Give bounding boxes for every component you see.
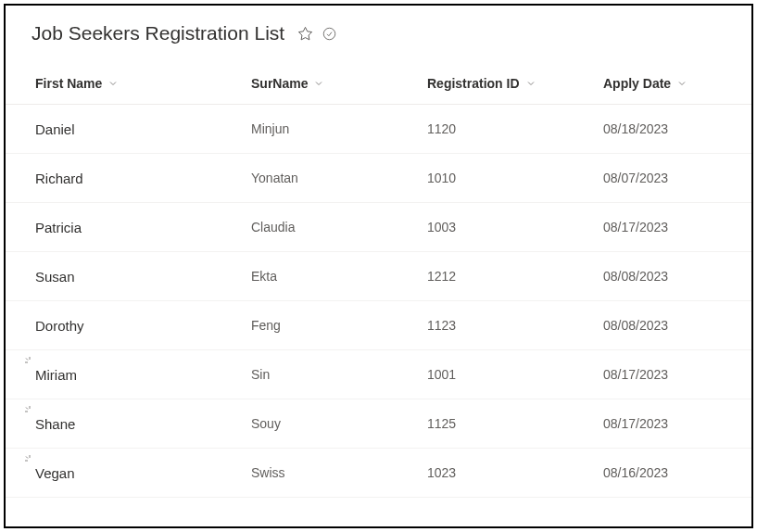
cell-surname: Yonatan	[251, 171, 427, 185]
cell-registration-id: 1010	[427, 171, 603, 185]
page-title: Job Seekers Registration List	[32, 22, 284, 44]
table-body: DanielMinjun112008/18/2023RichardYonatan…	[6, 105, 751, 498]
column-header-apply-date[interactable]: Apply Date	[603, 76, 751, 91]
cell-apply-date: 08/08/2023	[603, 269, 751, 284]
cell-surname: Claudia	[251, 220, 427, 234]
chevron-down-icon	[107, 78, 119, 89]
title-actions	[297, 26, 336, 42]
svg-point-1	[323, 28, 335, 40]
column-label: First Name	[35, 76, 102, 91]
table-row[interactable]: ShaneSouy112508/17/2023	[6, 399, 751, 449]
cell-apply-date: 08/16/2023	[603, 465, 751, 480]
table-row[interactable]: SusanEkta121208/08/2023	[6, 252, 751, 301]
cell-registration-id: 1023	[427, 465, 603, 480]
table-row[interactable]: MiriamSin100108/17/2023	[6, 350, 751, 399]
approve-check-icon[interactable]	[322, 27, 336, 41]
column-header-registration-id[interactable]: Registration ID	[427, 76, 603, 91]
table-row[interactable]: DorothyFeng112308/08/2023	[6, 301, 751, 350]
cell-apply-date: 08/07/2023	[603, 171, 751, 185]
cell-surname: Minjun	[251, 121, 427, 136]
cell-surname: Swiss	[251, 465, 427, 480]
cell-apply-date: 08/17/2023	[603, 367, 751, 382]
title-bar: Job Seekers Registration List	[6, 6, 751, 57]
cell-surname: Ekta	[251, 269, 427, 284]
cell-surname: Souy	[251, 416, 427, 431]
new-item-indicator-icon	[24, 405, 35, 418]
cell-registration-id: 1212	[427, 269, 603, 284]
new-item-indicator-icon	[24, 356, 35, 369]
column-label: SurName	[251, 76, 308, 91]
column-label: Registration ID	[427, 76, 520, 91]
cell-registration-id: 1003	[427, 220, 603, 234]
cell-first-name: Shane	[6, 416, 251, 432]
chevron-down-icon	[676, 78, 688, 89]
cell-first-name: Patricia	[6, 220, 251, 235]
table-row[interactable]: PatriciaClaudia100308/17/2023	[6, 203, 751, 252]
new-item-indicator-icon	[24, 454, 35, 467]
cell-surname: Feng	[251, 318, 427, 333]
chevron-down-icon	[525, 78, 536, 89]
table-row[interactable]: DanielMinjun112008/18/2023	[6, 105, 751, 154]
svg-line-9	[26, 457, 28, 459]
cell-first-name: Daniel	[6, 121, 251, 137]
cell-first-name: Vegan	[6, 465, 251, 481]
svg-line-6	[26, 408, 28, 410]
cell-apply-date: 08/17/2023	[603, 220, 751, 234]
cell-first-name: Richard	[6, 171, 251, 186]
svg-marker-0	[299, 27, 312, 39]
column-header-first-name[interactable]: First Name	[6, 76, 251, 91]
favorite-star-icon[interactable]	[297, 26, 313, 42]
cell-apply-date: 08/18/2023	[603, 121, 751, 136]
cell-first-name: Miriam	[6, 367, 251, 383]
registration-table: First Name SurName Registration ID Apply…	[6, 57, 751, 498]
table-row[interactable]: VeganSwiss102308/16/2023	[6, 449, 751, 498]
cell-registration-id: 1120	[427, 121, 603, 136]
cell-registration-id: 1001	[427, 367, 603, 382]
column-label: Apply Date	[603, 76, 671, 91]
table-header-row: First Name SurName Registration ID Apply…	[6, 57, 751, 105]
chevron-down-icon	[313, 78, 324, 89]
table-row[interactable]: RichardYonatan101008/07/2023	[6, 154, 751, 203]
column-header-surname[interactable]: SurName	[251, 76, 427, 91]
list-view: Job Seekers Registration List First Name…	[4, 4, 753, 528]
cell-apply-date: 08/17/2023	[603, 416, 751, 431]
cell-registration-id: 1123	[427, 318, 603, 333]
cell-first-name: Susan	[6, 269, 251, 285]
cell-apply-date: 08/08/2023	[603, 318, 751, 333]
cell-first-name: Dorothy	[6, 318, 251, 334]
cell-registration-id: 1125	[427, 416, 603, 431]
svg-line-3	[26, 359, 28, 361]
cell-surname: Sin	[251, 367, 427, 382]
